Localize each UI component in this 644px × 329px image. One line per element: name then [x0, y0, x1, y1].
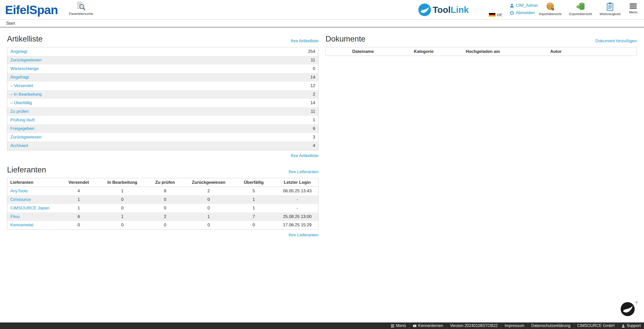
status-row: – Überfällig14: [7, 99, 318, 107]
tool-basket-icon: [605, 2, 615, 11]
version-label: Version 20240108STOB22: [450, 323, 498, 328]
impressum-label: Impressum: [505, 323, 525, 328]
left-column: Artikelliste Ihre Artikelliste Angelegt2…: [7, 27, 318, 238]
cell: 0: [101, 204, 144, 212]
column-header: Zu prüfen: [144, 178, 186, 187]
column-header: Dateiname: [326, 47, 400, 56]
footer-menu-button[interactable]: Menü: [387, 322, 409, 329]
support-icon: [621, 324, 625, 328]
cell: 0: [144, 204, 186, 212]
status-link[interactable]: Archiviert: [10, 143, 28, 148]
cell: -: [276, 195, 318, 204]
export-overview-button[interactable]: Exportübersicht: [566, 2, 596, 16]
cell: 5: [231, 187, 276, 195]
add-document-link[interactable]: Dokument hinzufügen: [595, 39, 637, 44]
artikelliste-status-list: Angelegt254 Zurückgewiesen11 Warteschlan…: [7, 47, 318, 150]
cell: 0: [101, 221, 144, 230]
language-code: DE: [497, 13, 502, 17]
status-count: 11: [311, 109, 315, 114]
cimsource-circle-icon: [620, 302, 635, 316]
user-link[interactable]: CIM_Admin: [510, 3, 538, 8]
status-link[interactable]: – Versendet: [10, 83, 33, 88]
status-link[interactable]: Warteschlange: [10, 66, 39, 71]
status-link[interactable]: Zurückgewiesen: [10, 135, 42, 140]
user-icon: [510, 3, 514, 8]
lieferanten-link-top[interactable]: Ihre Lieferanten: [289, 169, 318, 174]
registered-trademark: ®: [635, 301, 637, 304]
main-content: Artikelliste Ihre Artikelliste Angelegt2…: [0, 27, 644, 238]
status-link[interactable]: – In Bearbeitung: [10, 92, 42, 97]
user-menu: CIM_Admin Abmelden: [510, 3, 538, 15]
hamburger-icon: [630, 3, 637, 10]
status-link[interactable]: Angefragt: [10, 75, 29, 80]
supplier-link[interactable]: Kennametal: [10, 223, 33, 227]
import-label: Importübersicht: [535, 12, 565, 16]
footer-impressum-link[interactable]: Impressum: [501, 322, 528, 329]
breadcrumb-start[interactable]: Start: [6, 21, 15, 26]
status-row: Prüfung läuft1: [7, 116, 318, 124]
column-header: In Bearbeitung: [101, 178, 144, 187]
lieferanten-link-bottom[interactable]: Ihre Lieferanten: [289, 233, 318, 237]
status-row: Warteschlange0: [7, 64, 318, 73]
logout-link[interactable]: Abmelden: [510, 10, 538, 15]
table-row: Kennametal 0 0 0 0 0 17.06.25 15:29: [7, 221, 318, 230]
dokumente-title: Dokumente: [326, 34, 366, 44]
column-header: Letzter Login: [276, 178, 318, 187]
status-row: Angelegt254: [7, 47, 318, 56]
status-row: Zu prüfen11: [7, 107, 318, 116]
status-row: Archiviert4: [7, 141, 318, 150]
cell: 4: [57, 187, 100, 195]
column-header: Kategorie: [400, 47, 447, 56]
footer-datenschutz-link[interactable]: Datenschutzerklärung: [528, 322, 574, 329]
tour-icon: [413, 324, 417, 328]
datenschutz-label: Datenschutzerklärung: [531, 323, 571, 328]
cell: 1: [101, 187, 144, 195]
export-label: Exportübersicht: [566, 12, 596, 16]
supplier-link[interactable]: Cimsource: [10, 197, 31, 202]
lieferanten-table: Lieferanten Versendet In Bearbeitung Zu …: [7, 178, 318, 230]
status-row: Zurückgewiesen11: [7, 56, 318, 64]
footer-company-link[interactable]: CIMSOURCE GmbH: [574, 322, 618, 329]
brand-logo[interactable]: EifelSpan: [5, 3, 58, 17]
status-count: 3: [313, 135, 315, 140]
artikelliste-link-top[interactable]: Ihre Artikelliste: [291, 39, 318, 44]
status-link[interactable]: Zurückgewiesen: [10, 58, 42, 63]
lieferanten-link-row: Ihre Lieferanten: [7, 233, 318, 238]
app-header: EifelSpan Parametersuche ToolLink DE: [0, 0, 644, 20]
status-count: 2: [313, 92, 315, 97]
supplier-link[interactable]: Fliou: [10, 214, 20, 219]
artikelliste-link-bottom[interactable]: Ihre Artikelliste: [291, 153, 318, 158]
status-count: 4: [313, 143, 315, 148]
toollink-logo: ToolLink: [418, 3, 469, 16]
status-link[interactable]: Prüfung läuft: [10, 118, 34, 123]
cell: 1: [231, 204, 276, 212]
table-row: AnyTools 4 1 8 2 5 06.05.25 13:43: [7, 187, 318, 195]
cell: 2: [144, 212, 186, 221]
tool-basket-button[interactable]: Werkzeugkorb: [595, 2, 625, 16]
dokumente-header: Dokumente Dokument hinzufügen: [326, 34, 637, 44]
parametersuche-button[interactable]: Parametersuche: [66, 2, 96, 16]
import-icon: [545, 2, 555, 11]
company-label: CIMSOURCE GmbH: [577, 323, 615, 328]
status-link[interactable]: – Überfällig: [10, 100, 32, 105]
import-overview-button[interactable]: Importübersicht: [535, 2, 565, 16]
cimsource-logo: ®: [620, 302, 635, 316]
status-link[interactable]: Angelegt: [10, 49, 27, 54]
footer-support-link[interactable]: Support: [618, 322, 644, 329]
artikelliste-link-row: Ihre Artikelliste: [7, 153, 318, 158]
supplier-link[interactable]: AnyTools: [10, 189, 28, 193]
dokumente-header-row: Dateiname Kategorie Hochgeladen am Autor: [326, 47, 637, 56]
cell: 1: [57, 195, 100, 204]
footer-kennenlernen-link[interactable]: Kennenlernen: [409, 322, 447, 329]
supplier-link[interactable]: CIMSOURCE Japan: [10, 206, 49, 210]
status-count: 254: [308, 49, 315, 54]
status-link[interactable]: Zu prüfen: [10, 109, 29, 114]
language-selector[interactable]: DE: [489, 13, 502, 17]
menu-button[interactable]: Menü: [624, 3, 642, 14]
footer-kennenlernen-label: Kennenlernen: [418, 323, 443, 328]
cell: 0: [186, 221, 231, 230]
support-label: Support: [627, 323, 641, 328]
status-link[interactable]: Freigegeben: [10, 126, 34, 131]
lieferanten-header-row: Lieferanten Versendet In Bearbeitung Zu …: [7, 178, 318, 187]
status-row: Angefragt14: [7, 73, 318, 82]
